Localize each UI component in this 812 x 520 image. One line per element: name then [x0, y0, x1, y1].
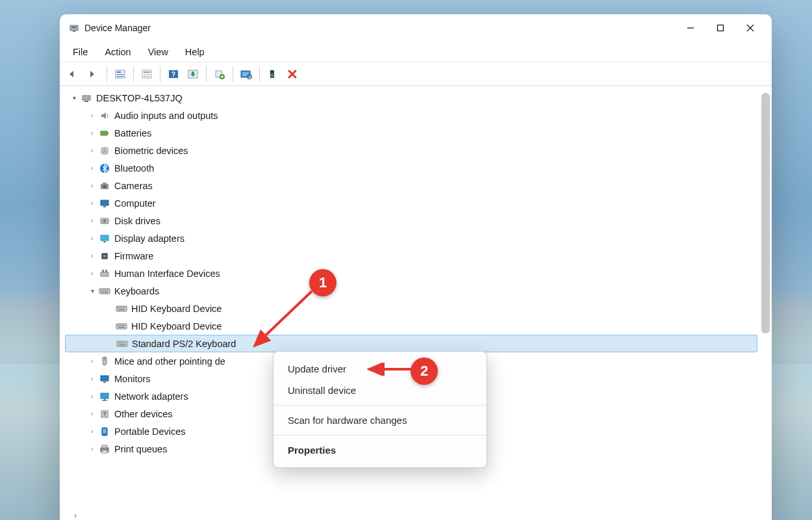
toolbar-scan-button[interactable] — [237, 65, 255, 83]
chevron-right-icon[interactable]: › — [87, 200, 97, 207]
annotation-badge-2: 2 — [411, 358, 438, 385]
chevron-down-icon[interactable]: ▾ — [69, 94, 79, 101]
toolbar-help-button[interactable]: ? — [164, 65, 183, 83]
menu-help[interactable]: Help — [179, 44, 211, 60]
maximize-button[interactable] — [705, 18, 735, 38]
chevron-right-icon[interactable]: › — [87, 217, 97, 224]
hid-icon — [99, 268, 110, 280]
tree-device-hid-keyboard-2[interactable]: HID Keyboard Device — [65, 317, 757, 335]
svg-rect-60 — [123, 325, 125, 326]
svg-rect-10 — [117, 76, 123, 77]
svg-rect-24 — [82, 96, 90, 100]
svg-rect-69 — [101, 376, 108, 381]
tree-category-bluetooth[interactable]: › Bluetooth — [65, 159, 757, 177]
svg-rect-51 — [118, 307, 119, 308]
context-menu-scan-hardware[interactable]: Scan for hardware changes — [273, 410, 487, 431]
tree-item-label: Cameras — [114, 181, 153, 191]
svg-text:?: ? — [171, 71, 175, 78]
tree-category-computer[interactable]: › Computer — [65, 194, 757, 212]
svg-rect-71 — [101, 393, 108, 398]
horizontal-scroll-hint[interactable]: › — [65, 510, 757, 520]
tree-root[interactable]: ▾ DESKTOP-4L537JQ — [65, 89, 757, 107]
tree-category-audio[interactable]: › Audio inputs and outputs — [65, 107, 757, 124]
display-adapter-icon — [99, 233, 110, 244]
chevron-right-icon[interactable]: › — [87, 410, 97, 417]
toolbar-uninstall-button[interactable] — [210, 65, 229, 83]
svg-rect-61 — [118, 327, 125, 328]
context-menu-properties[interactable]: Properties — [273, 439, 487, 461]
svg-rect-79 — [102, 450, 107, 453]
svg-rect-40 — [103, 255, 106, 257]
toolbar-forward-button[interactable] — [84, 65, 103, 83]
computer-icon — [81, 92, 92, 104]
tree-category-display-adapters[interactable]: › Display adapters — [65, 229, 757, 247]
tree-category-biometric[interactable]: › Biometric devices — [65, 142, 757, 159]
chevron-right-icon[interactable]: › — [87, 235, 97, 242]
chevron-right-icon[interactable]: › — [87, 358, 97, 365]
chevron-right-icon[interactable]: › — [87, 252, 97, 259]
chevron-right-icon[interactable]: › — [87, 375, 97, 382]
bluetooth-icon — [99, 162, 110, 174]
svg-rect-33 — [101, 200, 108, 205]
tree-item-label: Disk drives — [114, 216, 160, 226]
toolbar-remove-button[interactable] — [283, 65, 301, 83]
tree-category-keyboards[interactable]: ▾ Keyboards — [65, 282, 757, 300]
context-menu-update-driver[interactable]: Update driver — [273, 358, 487, 380]
tree-device-hid-keyboard-1[interactable]: HID Keyboard Device — [65, 300, 757, 317]
chevron-right-icon[interactable]: › — [87, 164, 97, 172]
chevron-right-icon[interactable]: › — [87, 393, 97, 400]
svg-rect-41 — [101, 272, 108, 276]
tree-category-firmware[interactable]: › Firmware — [65, 247, 757, 265]
tree-item-label: Firmware — [114, 251, 153, 261]
svg-rect-76 — [103, 428, 107, 433]
svg-rect-38 — [103, 241, 106, 242]
toolbar-enable-button[interactable] — [264, 65, 282, 83]
tree-category-batteries[interactable]: › Batteries — [65, 124, 757, 142]
chevron-right-icon[interactable]: › — [87, 428, 97, 435]
menu-action[interactable]: Action — [98, 44, 137, 60]
tree-device-standard-ps2-keyboard[interactable]: Standard PS/2 Keyboard — [65, 335, 757, 352]
close-button[interactable] — [735, 18, 765, 38]
context-menu-uninstall-device[interactable]: Uninstall device — [273, 380, 487, 401]
chevron-right-icon[interactable]: › — [87, 270, 97, 277]
keyboard-icon — [116, 320, 127, 332]
svg-rect-48 — [107, 290, 108, 291]
chevron-down-icon[interactable]: ▾ — [87, 287, 97, 294]
toolbar-separator — [259, 66, 260, 82]
tree-category-disk-drives[interactable]: › Disk drives — [65, 212, 757, 229]
chevron-right-icon[interactable]: › — [87, 129, 97, 136]
svg-rect-63 — [118, 343, 120, 343]
svg-rect-78 — [102, 445, 107, 448]
window-controls — [676, 18, 765, 38]
svg-rect-53 — [121, 307, 123, 308]
tree-category-cameras[interactable]: › Cameras — [65, 177, 757, 194]
toolbar: ? — [60, 62, 772, 86]
tree-item-label: Mice and other pointing de — [114, 356, 225, 367]
toolbar-update-driver-button[interactable] — [184, 65, 202, 83]
toolbar-back-button[interactable] — [65, 65, 83, 83]
chevron-right-icon[interactable]: › — [87, 147, 97, 154]
svg-rect-12 — [144, 72, 150, 73]
context-menu-separator — [273, 435, 487, 436]
toolbar-separator — [160, 66, 160, 82]
chevron-right-icon[interactable]: › — [87, 182, 97, 189]
menu-file[interactable]: File — [66, 44, 94, 60]
svg-rect-56 — [116, 324, 127, 329]
toolbar-separator — [133, 66, 134, 82]
tree-category-hid[interactable]: › Human Interface Devices — [65, 265, 757, 282]
toolbar-properties-button[interactable] — [138, 65, 156, 83]
chevron-right-icon[interactable]: › — [87, 445, 97, 452]
vertical-scrollbar[interactable] — [761, 93, 770, 333]
chevron-right-icon[interactable]: › — [87, 112, 97, 119]
menu-view[interactable]: View — [142, 44, 175, 60]
network-icon — [99, 391, 110, 402]
keyboard-icon — [99, 285, 110, 297]
other-devices-icon: ? — [99, 408, 110, 420]
toolbar-show-hidden-button[interactable] — [111, 65, 129, 83]
monitor-icon — [99, 198, 110, 209]
minimize-button[interactable] — [676, 18, 705, 38]
tree-item-label: Portable Devices — [114, 426, 186, 437]
svg-rect-57 — [118, 325, 119, 326]
svg-rect-66 — [124, 343, 125, 343]
keyboard-icon — [116, 338, 128, 350]
